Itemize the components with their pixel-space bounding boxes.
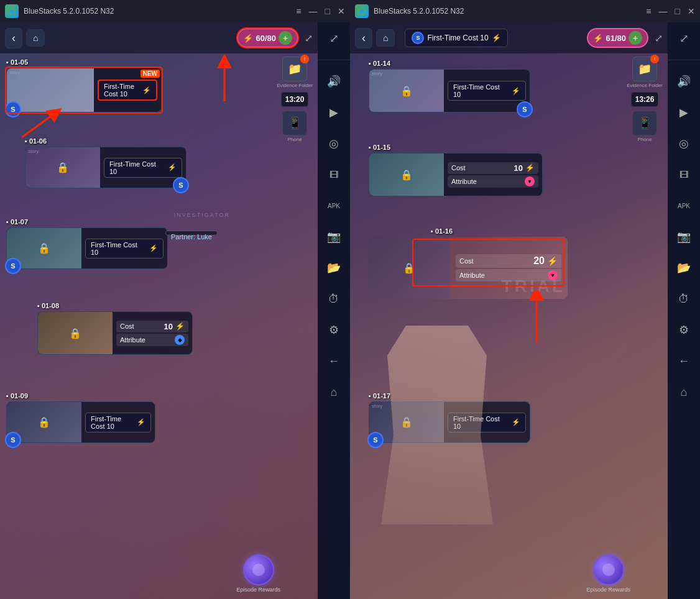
left-phone-item[interactable]: 📱 Phone (282, 111, 307, 142)
left-thumb-0106: story 🔒 (25, 147, 100, 188)
left-firsttime-lightning: ⚡ (142, 86, 151, 94)
right-bluestacks-logo (355, 4, 369, 18)
right-sidebar-timer[interactable]: ⏱ (673, 288, 695, 310)
left-attr-icon-0108: ◆ (175, 335, 185, 345)
left-evidence-folder[interactable]: 📁 ! Evidence Folder (277, 57, 313, 88)
left-firsttime-label: First-Time Cost 10 (104, 83, 140, 98)
left-title-bar: BlueStacks 5.2.0.1052 N32 ≡ — □ ✕ (0, 0, 350, 22)
right-sidebar-expand[interactable]: ⤢ (673, 27, 695, 50)
left-s-icon-0106: S (173, 177, 189, 193)
right-card-0115[interactable]: 🔒 Cost 10 ⚡ Attribute ♥ (369, 153, 543, 196)
left-cost-row-0108: Cost 10 ⚡ (116, 321, 188, 332)
left-game-area: ‹ ⌂ ⚡ 60/80 + ⤢ (0, 22, 350, 599)
right-minimize-icon[interactable]: — (659, 6, 668, 16)
left-level-label-0106: 01-06 (25, 137, 187, 145)
right-back-button[interactable]: ‹ (355, 28, 372, 48)
left-top-nav: ‹ ⌂ ⚡ 60/80 + ⤢ (0, 22, 318, 53)
right-sidebar-volume[interactable]: 🔊 (673, 70, 695, 93)
right-close-icon[interactable]: ✕ (688, 6, 695, 16)
right-expand-icon[interactable]: ⤢ (655, 32, 663, 44)
left-right-sidebar: ⤢ 🔊 ▶ ◎ 🎞 APK 📷 📂 ⏱ ⚙ ← ⌂ (318, 22, 350, 599)
right-time-badge: 13:26 (631, 92, 659, 107)
right-game-area: ‹ ⌂ S First-Time Cost 10 ⚡ ⚡ 61/80 + ⤢ (350, 22, 700, 599)
left-card-0105[interactable]: story First-Time Cost 10 ⚡ NEW (6, 68, 162, 112)
right-level-01-14: 01-14 story 🔒 First-Time Cost 10 ⚡ (369, 60, 530, 112)
left-card-0106[interactable]: story 🔒 First-Time Cost 10 ⚡ (25, 147, 187, 188)
right-sidebar-back[interactable]: ← (673, 350, 695, 372)
right-energy-bar[interactable]: ⚡ 61/80 + (587, 28, 648, 48)
right-sidebar-settings[interactable]: ⚙ (673, 319, 695, 341)
left-minimize-icon[interactable]: — (309, 6, 318, 16)
left-sidebar-timer[interactable]: ⏱ (323, 288, 345, 310)
right-episode-label: Episode Rewards (586, 587, 630, 593)
left-sidebar-back[interactable]: ← (323, 350, 345, 372)
left-episode-label: Episode Rewards (236, 587, 280, 593)
right-episode-rewards[interactable]: Episode Rewards (586, 554, 630, 593)
left-reward-orb (243, 554, 274, 585)
bluestacks-logo (5, 4, 19, 18)
left-level-01-05: 01-05 story First-Time Cost 10 ⚡ (6, 58, 162, 112)
left-s-icon-0109: S (5, 432, 21, 448)
right-sidebar-circle[interactable]: ◎ (673, 132, 695, 155)
left-sidebar-cursor[interactable]: ▶ (323, 101, 345, 124)
right-card-0114[interactable]: story 🔒 First-Time Cost 10 ⚡ (369, 69, 530, 112)
right-char-artwork (375, 326, 499, 524)
left-sidebar-camera[interactable]: 📷 (323, 226, 345, 248)
right-sidebar-folder[interactable]: 📂 (673, 257, 695, 279)
left-sidebar-film[interactable]: 🎞 (323, 163, 345, 186)
left-home-button[interactable]: ⌂ (26, 29, 45, 47)
left-card-0107[interactable]: 🔒 First-Time Cost 10 ⚡ (6, 227, 168, 269)
right-title-controls: ≡ — □ ✕ (646, 6, 695, 16)
left-maximize-icon[interactable]: □ (325, 6, 330, 16)
right-card-0116[interactable]: TRIAL 🔒 Cost 20 ⚡ (369, 237, 568, 299)
left-cardinfo-0106: First-Time Cost 10 ⚡ (100, 155, 186, 180)
left-firsttime-0107: First-Time Cost 10 ⚡ (85, 239, 163, 258)
right-phone-item[interactable]: 📱 Phone (632, 111, 657, 142)
left-expand-icon[interactable]: ⤢ (305, 32, 313, 44)
left-sidebar-apk[interactable]: APK (323, 194, 345, 217)
right-menu-icon[interactable]: ≡ (646, 6, 651, 16)
right-sidebar-film[interactable]: 🎞 (673, 163, 695, 186)
left-title-controls: ≡ — □ ✕ (296, 6, 345, 16)
left-sidebar-expand[interactable]: ⤢ (323, 27, 345, 50)
right-title-bar: BlueStacks 5.2.0.1052 N32 ≡ — □ ✕ (350, 0, 700, 22)
left-lightning-icon: ⚡ (243, 34, 253, 43)
left-window: BlueStacks 5.2.0.1052 N32 ≡ — □ ✕ ‹ ⌂ ⚡ … (0, 0, 350, 599)
left-card-0108[interactable]: 🔒 Cost 10 ⚡ Attribute ◆ (37, 311, 193, 355)
left-investigator-label: INVESTIGATOR (174, 212, 230, 218)
left-level-01-09: 01-09 🔒 First-Time Cost 10 ⚡ (6, 392, 155, 443)
right-sidebar-apk[interactable]: APK (673, 194, 695, 217)
left-level-label-0105: 01-05 (6, 58, 162, 66)
left-level-label-0107: 01-07 (6, 218, 168, 226)
right-sidebar-home2[interactable]: ⌂ (673, 381, 695, 403)
left-sidebar-circle[interactable]: ◎ (323, 132, 345, 155)
right-add-energy-button[interactable]: + (629, 31, 642, 45)
left-energy-bar[interactable]: ⚡ 60/80 + (237, 28, 298, 48)
left-cardinfo-0109: First-Time Cost 10 ⚡ (81, 410, 155, 435)
left-firsttime-0109: First-Time Cost 10 ⚡ (85, 413, 151, 432)
left-menu-icon[interactable]: ≡ (296, 6, 301, 16)
left-sidebar-folder[interactable]: 📂 (323, 257, 345, 279)
left-episode-rewards[interactable]: Episode Rewards (236, 554, 280, 593)
left-sidebar-volume[interactable]: 🔊 (323, 70, 345, 93)
left-level-01-07: 01-07 🔒 First-Time Cost 10 ⚡ (6, 218, 168, 269)
left-close-icon[interactable]: ✕ (338, 6, 345, 16)
left-attr-row-0108: Attribute ◆ (116, 334, 188, 346)
right-home-button[interactable]: ⌂ (376, 29, 395, 47)
left-firsttime-0106: First-Time Cost 10 ⚡ (104, 158, 182, 178)
right-s-icon-0114: S (517, 101, 533, 117)
right-evidence-folder[interactable]: 📁 ! Evidence Folder (627, 57, 663, 88)
left-card-0109[interactable]: 🔒 First-Time Cost 10 ⚡ (6, 401, 155, 443)
right-topbadge: S First-Time Cost 10 ⚡ (405, 29, 507, 47)
left-sidebar-settings[interactable]: ⚙ (323, 319, 345, 341)
right-sidebar-camera[interactable]: 📷 (673, 226, 695, 248)
left-back-button[interactable]: ‹ (5, 28, 22, 48)
right-maximize-icon[interactable]: □ (675, 6, 680, 16)
left-new-badge: NEW (140, 70, 160, 78)
left-add-energy-button[interactable]: + (279, 31, 292, 45)
left-cardinfo-0105: First-Time Cost 10 ⚡ (94, 77, 161, 103)
right-s-icon-0117: S (367, 432, 384, 448)
left-sidebar-home2[interactable]: ⌂ (323, 381, 345, 403)
right-side-items: 📁 ! Evidence Folder 13:26 📱 Phone (627, 57, 663, 142)
right-sidebar-cursor[interactable]: ▶ (673, 101, 695, 124)
